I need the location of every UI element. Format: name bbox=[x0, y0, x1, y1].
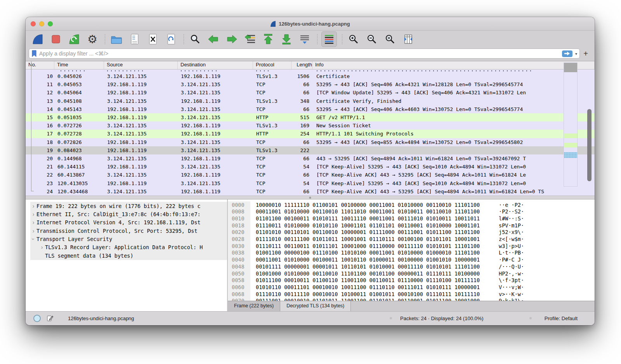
cell-no: 13 bbox=[26, 98, 54, 104]
reload-file-button[interactable] bbox=[164, 32, 179, 47]
packet-row[interactable]: 190.084023192.168.1.1193.124.121.135TLSv… bbox=[26, 146, 595, 154]
packet-row[interactable]: 2260.4138673.124.121.135192.168.1.119TCP… bbox=[26, 171, 595, 179]
detail-row[interactable]: ›Internet Protocol Version 4, Src: 192.1… bbox=[30, 218, 227, 227]
minimap-band-blue bbox=[564, 152, 577, 158]
byte-offset: 0048 bbox=[228, 263, 250, 270]
byte-tab[interactable]: Frame (222 bytes) bbox=[228, 301, 280, 311]
close-window-button[interactable] bbox=[31, 21, 36, 26]
packet-row[interactable]: 170.0727283.124.121.135192.168.1.119HTTP… bbox=[26, 130, 595, 138]
column-header-info[interactable]: Info bbox=[312, 61, 595, 69]
zoom-in-button[interactable] bbox=[346, 32, 361, 47]
detail-row[interactable]: ›Frame 19: 222 bytes on wire (1776 bits)… bbox=[30, 202, 227, 210]
cell-len: 66 bbox=[291, 106, 312, 112]
chevron-right-icon[interactable]: › bbox=[30, 203, 36, 209]
next-packet-button[interactable] bbox=[224, 32, 239, 47]
column-header-no[interactable]: No. bbox=[26, 61, 54, 69]
packet-bytes-pane: 000010000010 11111110 01100101 00100000 … bbox=[228, 199, 595, 311]
byte-offset: 0010 bbox=[228, 215, 250, 222]
display-filter-input[interactable]: Apply a display filter ... <⌘/> ▾ bbox=[29, 49, 580, 59]
cell-proto: TCP bbox=[253, 156, 291, 161]
minimize-window-button[interactable] bbox=[39, 21, 44, 26]
detail-row[interactable]: ›Ethernet II, Src: CalDigit_13:e7:8c (64… bbox=[30, 210, 227, 218]
zoom-reset-button[interactable] bbox=[383, 32, 397, 47]
save-file-button[interactable] bbox=[127, 32, 142, 47]
packet-row[interactable]: 130.0451083.124.121.135192.168.1.119TLSv… bbox=[26, 97, 595, 105]
zoom-out-button[interactable] bbox=[364, 32, 379, 47]
expert-info-icon[interactable] bbox=[33, 315, 41, 322]
open-file-button[interactable] bbox=[109, 32, 124, 47]
packet-row[interactable]: 2160.144115192.168.1.1193.124.121.135TCP… bbox=[26, 163, 595, 171]
byte-row[interactable]: 001001101100 00100011 01010111 10011110 … bbox=[228, 215, 595, 222]
byte-row[interactable]: 000800011001 01010000 00110010 11011010 … bbox=[228, 208, 595, 215]
byte-tab[interactable]: Decrypted TLS (134 bytes) bbox=[280, 301, 351, 311]
bookmark-icon[interactable] bbox=[31, 50, 37, 57]
filter-dropdown-caret[interactable]: ▾ bbox=[575, 52, 577, 56]
cell-time: 0.045064 bbox=[54, 90, 104, 95]
packet-row[interactable]: 23120.413035192.168.1.1193.124.121.135TC… bbox=[26, 179, 595, 187]
byte-row[interactable]: 006801110110 00111110 00010010 10100011 … bbox=[228, 291, 595, 298]
byte-row[interactable]: 006001010110 00011101 00010010 10011100 … bbox=[228, 284, 595, 291]
auto-scroll-button[interactable] bbox=[297, 32, 312, 47]
vertical-scrollbar-thumb[interactable] bbox=[587, 109, 592, 181]
packet-row[interactable]: 200.1449683.124.121.135192.168.1.119TCP6… bbox=[26, 154, 595, 163]
chevron-down-icon[interactable]: › bbox=[30, 236, 36, 242]
last-packet-button[interactable] bbox=[279, 32, 294, 47]
packet-row[interactable]: 180.072826192.168.1.1193.124.121.135TCP6… bbox=[26, 138, 595, 146]
filter-add-button[interactable]: + bbox=[580, 49, 592, 58]
cell-dst: 3.124.121.135 bbox=[178, 139, 253, 145]
byte-row[interactable]: 004800101111 00000001 00001011 10110101 … bbox=[228, 263, 595, 270]
status-profile[interactable]: Profile: Default bbox=[545, 315, 578, 321]
detail-row[interactable]: ›Transmission Control Protocol, Src Port… bbox=[30, 227, 227, 235]
column-header-destination[interactable]: Destination bbox=[178, 61, 253, 69]
column-header-time[interactable]: Time bbox=[54, 61, 104, 69]
stop-capture-button[interactable] bbox=[49, 32, 63, 47]
column-header-length[interactable]: Length bbox=[291, 61, 312, 69]
byte-ascii: HP2·,·w· bbox=[490, 270, 524, 277]
colorize-packets-button[interactable] bbox=[321, 31, 337, 47]
status-grip-dot bbox=[390, 317, 392, 319]
resize-columns-button[interactable] bbox=[401, 32, 416, 47]
first-packet-button[interactable] bbox=[261, 32, 276, 47]
restart-capture-button[interactable] bbox=[67, 32, 82, 47]
byte-row[interactable]: 002801111010 00111100 01011011 10001001 … bbox=[228, 236, 595, 243]
byte-row[interactable]: 004000011001 01010000 00100011 10010110 … bbox=[228, 256, 595, 263]
apply-filter-button[interactable] bbox=[562, 50, 572, 57]
byte-row[interactable]: 001801110011 01010000 01010110 10001101 … bbox=[228, 222, 595, 229]
capture-options-button[interactable]: ⚙ bbox=[85, 32, 100, 47]
intelligent-scrollbar-minimap[interactable] bbox=[564, 62, 578, 187]
packet-row[interactable]: 24120.4344683.124.121.135192.168.1.119TC… bbox=[26, 187, 595, 196]
horizontal-splitter[interactable] bbox=[26, 196, 595, 199]
byte-row[interactable]: 005001001000 01010000 00110010 11101100 … bbox=[228, 270, 595, 277]
go-to-packet-button[interactable] bbox=[243, 32, 257, 47]
chevron-right-icon[interactable]: › bbox=[30, 228, 36, 234]
chevron-right-icon[interactable]: › bbox=[30, 219, 36, 225]
packet-row[interactable]: 160.0727263.124.121.135192.168.1.119TLSv… bbox=[26, 121, 595, 130]
byte-row[interactable]: 003801001100 00000100 01110100 11010100 … bbox=[228, 250, 595, 257]
cell-no: 19 bbox=[26, 147, 54, 153]
chevron-right-icon[interactable]: › bbox=[39, 244, 45, 250]
chevron-right-icon[interactable]: › bbox=[30, 211, 36, 217]
packet-row[interactable]: 120.045064192.168.1.1193.124.121.135TCP6… bbox=[26, 88, 595, 97]
splitter-handle-dot bbox=[309, 197, 311, 199]
detail-row[interactable]: TLS segment data (134 bytes) bbox=[30, 251, 227, 260]
previous-packet-button[interactable] bbox=[206, 32, 221, 47]
zoom-window-button[interactable] bbox=[48, 21, 53, 26]
byte-row[interactable]: 000010000010 11111110 01100101 00100000 … bbox=[228, 201, 595, 208]
find-packet-button[interactable] bbox=[188, 32, 203, 47]
detail-row[interactable]: ›TLSv1.3 Record Layer: Application Data … bbox=[30, 243, 227, 251]
byte-row[interactable]: 005801011100 00010011 01100110 11001100 … bbox=[228, 277, 595, 284]
byte-row[interactable]: 007000111001 00010010 01101011 11001100 … bbox=[228, 297, 595, 301]
packet-row[interactable]: 150.051035192.168.1.1193.124.121.135HTTP… bbox=[26, 113, 595, 121]
byte-row[interactable]: 003001110111 00110011 01011101 10001000 … bbox=[228, 243, 595, 250]
column-header-protocol[interactable]: Protocol bbox=[253, 61, 291, 69]
start-capture-button[interactable] bbox=[30, 32, 45, 47]
column-header-source[interactable]: Source bbox=[104, 61, 178, 69]
capture-comment-icon[interactable] bbox=[47, 315, 53, 322]
packet-row[interactable]: 100.0450263.124.121.135192.168.1.119TLSv… bbox=[26, 72, 595, 80]
detail-row[interactable]: ›Transport Layer Security bbox=[30, 235, 227, 243]
auto-scroll-icon bbox=[299, 34, 310, 45]
close-file-button[interactable] bbox=[146, 32, 160, 47]
packet-row[interactable]: 110.045053192.168.1.1193.124.121.135TCP6… bbox=[26, 80, 595, 88]
packet-row[interactable]: 140.045143192.168.1.1193.124.121.135TCP6… bbox=[26, 105, 595, 113]
byte-row[interactable]: 002001101010 00110101 00110010 10000001 … bbox=[228, 229, 595, 236]
